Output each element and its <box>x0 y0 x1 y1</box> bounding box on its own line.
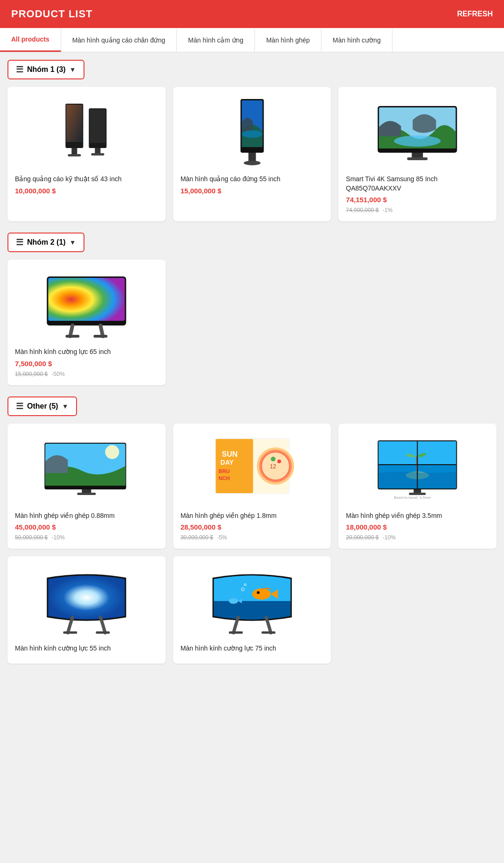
svg-text:Bezel to bezel: 3.5mm: Bezel to bezel: 3.5mm <box>394 495 431 500</box>
group-nhom1-header[interactable]: ☰ Nhóm 1 (3) ▼ <box>7 60 84 79</box>
svg-text:BRU: BRU <box>218 468 230 474</box>
svg-point-62 <box>229 598 238 604</box>
svg-text:NCH: NCH <box>218 475 230 481</box>
svg-rect-65 <box>229 631 243 634</box>
svg-rect-59 <box>96 631 110 634</box>
product-price-p4: 7,500,000 $ <box>15 360 158 368</box>
product-name-p8: Màn hình kính cường lực 55 inch <box>15 644 158 653</box>
svg-rect-24 <box>93 335 107 338</box>
group-other-grid: Màn hình ghép viền ghép 0.88mm 45,000,00… <box>7 424 497 664</box>
product-name-p5: Màn hình ghép viền ghép 0.88mm <box>15 511 158 521</box>
product-card-p7[interactable]: Bezel to bezel: 3.5mm Màn hình ghép viền… <box>338 424 497 549</box>
group-other-header[interactable]: ☰ Other (5) ▼ <box>7 396 77 416</box>
group-nhom2-label: Nhóm 2 (1) <box>27 238 66 247</box>
svg-rect-66 <box>261 631 275 634</box>
product-card-p1[interactable]: Bảng quảng cáo kỹ thuật số 43 inch 10,00… <box>7 87 166 221</box>
product-image-p5 <box>15 431 158 506</box>
product-name-p4: Màn hình kính cường lực 65 inch <box>15 347 158 357</box>
svg-point-61 <box>257 591 259 594</box>
product-image-p7: Bezel to bezel: 3.5mm <box>346 431 489 506</box>
product-name-p9: Màn hình kính cường lực 75 inch <box>181 644 324 653</box>
product-card-p9[interactable]: Màn hình kính cường lực 75 inch <box>173 556 331 664</box>
product-name-p7: Màn hình ghép viền ghép 3.5mm <box>346 511 489 521</box>
svg-point-43 <box>277 460 281 463</box>
svg-rect-56 <box>409 493 426 495</box>
product-original-price-p3: 74,900,000 $ -1% <box>346 205 489 214</box>
product-price-p1: 10,000,000 $ <box>15 187 158 195</box>
product-original-price-p7: 20,000,000 $ -10% <box>346 533 489 541</box>
svg-point-18 <box>394 135 441 147</box>
page-title: PRODUCT LIST <box>11 8 93 20</box>
product-price-p6: 28,500,000 $ <box>181 523 324 531</box>
group-nhom1-label: Nhóm 1 (3) <box>27 65 66 74</box>
svg-rect-8 <box>91 153 104 156</box>
group-nhom2-grid: Màn hình kính cường lực 65 inch 7,500,00… <box>7 260 497 385</box>
product-card-p5[interactable]: Màn hình ghép viền ghép 0.88mm 45,000,00… <box>7 424 166 549</box>
list-icon: ☰ <box>16 64 23 75</box>
product-price-p3: 74,151,000 $ <box>346 196 489 204</box>
svg-rect-3 <box>71 148 77 155</box>
svg-text:SUN: SUN <box>222 450 238 458</box>
group-nhom2-header[interactable]: ☰ Nhóm 2 (1) ▼ <box>7 233 84 252</box>
product-image-p3 <box>346 94 489 169</box>
main-content: ☰ Nhóm 1 (3) ▼ <box>0 52 504 682</box>
list-icon-2: ☰ <box>16 237 23 248</box>
product-image-p8 <box>15 564 158 638</box>
product-name-p2: Màn hình quảng cáo đứng 55 inch <box>181 175 324 184</box>
svg-rect-4 <box>68 154 81 156</box>
svg-point-28 <box>105 445 119 459</box>
tab-ghep[interactable]: Màn hình ghép <box>255 29 321 51</box>
product-card-p3[interactable]: Smart Tivi 4K Samsung 85 Inch QA85Q70AAK… <box>338 87 497 221</box>
product-name-p3: Smart Tivi 4K Samsung 85 Inch QA85Q70AAK… <box>346 175 489 193</box>
chevron-down-icon-3: ▼ <box>62 403 69 410</box>
product-card-p4[interactable]: Màn hình kính cường lực 65 inch 7,500,00… <box>7 260 166 385</box>
svg-point-14 <box>244 161 260 165</box>
header: PRODUCT LIST REFRESH <box>0 0 504 28</box>
product-original-price-p4: 15,000,000 $ -50% <box>15 369 158 378</box>
product-image-p9 <box>181 564 324 638</box>
tab-cam-ung[interactable]: Màn hình cảm ứng <box>177 29 255 51</box>
svg-rect-23 <box>65 335 79 338</box>
svg-rect-30 <box>77 493 96 495</box>
product-price-p5: 45,000,000 $ <box>15 523 158 531</box>
svg-text:DAY: DAY <box>220 459 234 466</box>
svg-rect-2 <box>66 105 82 142</box>
product-original-price-p6: 30,000,000 $ -5% <box>181 533 324 541</box>
svg-rect-55 <box>414 489 421 493</box>
list-icon-3: ☰ <box>16 401 23 411</box>
svg-rect-58 <box>63 631 77 634</box>
chevron-down-icon-2: ▼ <box>70 239 76 246</box>
product-image-p6: SUN DAY BRU NCH 12 <box>181 431 324 506</box>
product-card-p2[interactable]: Màn hình quảng cáo đứng 55 inch 15,000,0… <box>173 87 331 221</box>
svg-rect-22 <box>48 278 125 321</box>
tab-cuong-luc[interactable]: Màn hình cường <box>322 29 392 51</box>
refresh-button[interactable]: REFRESH <box>457 10 493 18</box>
product-card-p6[interactable]: SUN DAY BRU NCH 12 Màn hình ghép viền gh… <box>173 424 331 549</box>
product-original-price-p5: 50,000,000 $ -10% <box>15 533 158 541</box>
svg-rect-33 <box>216 439 253 493</box>
svg-point-12 <box>242 130 262 138</box>
tab-bar: All products Màn hình quảng cáo chân đứn… <box>0 28 504 52</box>
product-price-p7: 18,000,000 $ <box>346 523 489 531</box>
svg-rect-20 <box>407 157 428 160</box>
svg-point-42 <box>271 457 275 461</box>
product-name-p1: Bảng quảng cáo kỹ thuật số 43 inch <box>15 175 158 184</box>
group-other-label: Other (5) <box>27 402 58 410</box>
product-price-p2: 15,000,000 $ <box>181 187 324 195</box>
tab-all-products[interactable]: All products <box>0 28 61 52</box>
chevron-down-icon: ▼ <box>70 66 76 73</box>
svg-rect-6 <box>90 109 105 143</box>
product-image-p4 <box>15 267 158 342</box>
svg-text:12: 12 <box>270 463 276 470</box>
tab-chan-dung[interactable]: Màn hình quảng cáo chân đứng <box>61 29 177 51</box>
product-image-p2 <box>181 94 324 169</box>
product-name-p6: Màn hình ghép viền ghép 1.8mm <box>181 511 324 521</box>
product-image-p1 <box>15 94 158 169</box>
product-card-p8[interactable]: Màn hình kính cường lực 55 inch <box>7 556 166 664</box>
svg-point-60 <box>252 588 271 600</box>
svg-rect-29 <box>82 489 91 493</box>
group-nhom1-grid: Bảng quảng cáo kỹ thuật số 43 inch 10,00… <box>7 87 497 221</box>
